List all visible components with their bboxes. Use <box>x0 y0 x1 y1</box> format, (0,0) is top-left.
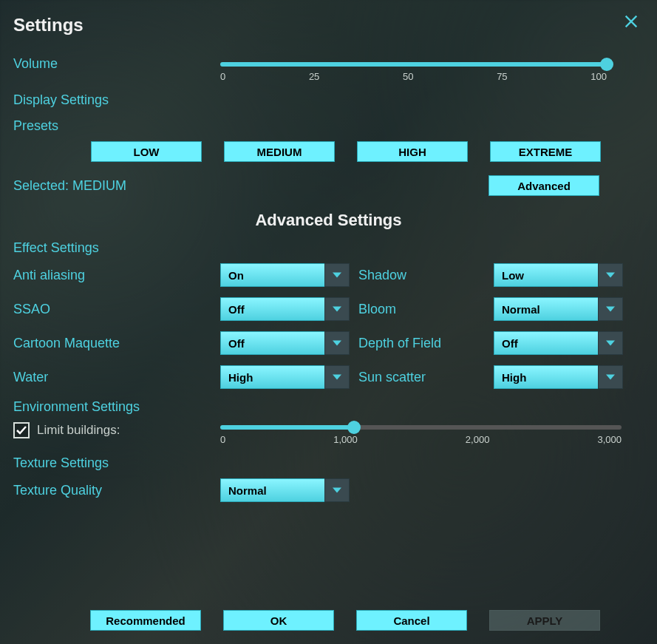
chevron-down-icon <box>324 263 350 287</box>
ssao-label: SSAO <box>13 302 220 317</box>
settings-panel: Settings Volume 0 25 50 75 100 Display S… <box>0 0 657 644</box>
environment-settings-label: Environment Settings <box>13 399 644 415</box>
sun-scatter-dropdown[interactable]: High <box>494 365 623 389</box>
chevron-down-icon <box>324 331 350 355</box>
anti-aliasing-label: Anti aliasing <box>13 268 220 283</box>
effect-settings-label: Effect Settings <box>13 240 644 256</box>
depth-of-field-label: Depth of Field <box>350 336 494 351</box>
water-dropdown[interactable]: High <box>220 365 350 389</box>
apply-button[interactable]: APPLY <box>489 610 600 631</box>
volume-ticks: 0 25 50 75 100 <box>220 71 607 82</box>
ssao-dropdown[interactable]: Off <box>220 297 350 321</box>
chevron-down-icon <box>598 297 623 321</box>
limit-buildings-ticks: 0 1,000 2,000 3,000 <box>220 434 622 445</box>
volume-slider[interactable]: 0 25 50 75 100 <box>220 56 644 82</box>
limit-buildings-checkbox[interactable] <box>13 422 30 438</box>
page-title: Settings <box>13 15 644 35</box>
advanced-settings-title: Advanced Settings <box>13 211 644 230</box>
water-label: Water <box>13 370 220 385</box>
chevron-down-icon <box>598 263 623 287</box>
ok-button[interactable]: OK <box>223 610 334 631</box>
sun-scatter-label: Sun scatter <box>350 370 494 385</box>
preset-medium-button[interactable]: MEDIUM <box>224 141 335 162</box>
chevron-down-icon <box>598 365 623 389</box>
volume-label: Volume <box>13 56 213 72</box>
shadow-label: Shadow <box>350 268 494 283</box>
recommended-button[interactable]: Recommended <box>90 610 201 631</box>
bloom-label: Bloom <box>350 302 494 317</box>
chevron-down-icon <box>324 478 350 502</box>
bloom-dropdown[interactable]: Normal <box>494 297 623 321</box>
presets-label: Presets <box>13 118 644 134</box>
texture-quality-dropdown[interactable]: Normal <box>220 478 350 502</box>
preset-row: LOW MEDIUM HIGH EXTREME <box>91 141 644 162</box>
shadow-dropdown[interactable]: Low <box>494 263 623 287</box>
cancel-button[interactable]: Cancel <box>356 610 467 631</box>
preset-high-button[interactable]: HIGH <box>357 141 468 162</box>
anti-aliasing-dropdown[interactable]: On <box>220 263 350 287</box>
preset-selected-label: Selected: MEDIUM <box>13 178 126 194</box>
texture-settings-label: Texture Settings <box>13 455 644 471</box>
depth-of-field-dropdown[interactable]: Off <box>494 331 623 355</box>
cartoon-maquette-dropdown[interactable]: Off <box>220 331 350 355</box>
chevron-down-icon <box>324 297 350 321</box>
preset-extreme-button[interactable]: EXTREME <box>490 141 601 162</box>
preset-low-button[interactable]: LOW <box>91 141 202 162</box>
chevron-down-icon <box>598 331 623 355</box>
display-settings-label: Display Settings <box>13 92 644 108</box>
limit-buildings-label: Limit buildings: <box>37 423 120 438</box>
advanced-button[interactable]: Advanced <box>489 175 599 196</box>
chevron-down-icon <box>324 365 350 389</box>
limit-buildings-slider[interactable]: 0 1,000 2,000 3,000 <box>220 422 644 445</box>
close-icon[interactable] <box>623 13 639 30</box>
texture-quality-label: Texture Quality <box>13 483 220 498</box>
cartoon-maquette-label: Cartoon Maquette <box>13 336 220 351</box>
